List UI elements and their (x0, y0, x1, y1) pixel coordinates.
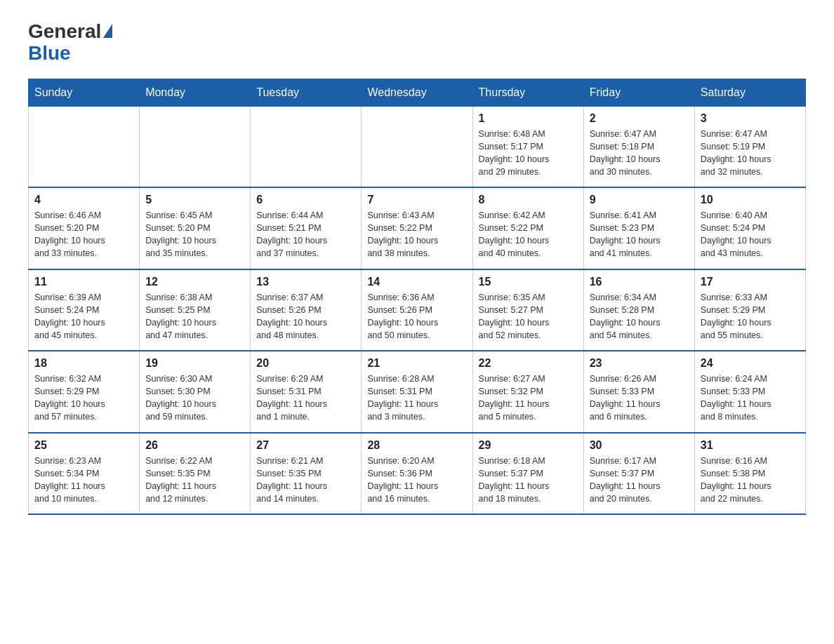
day-info: Sunrise: 6:36 AMSunset: 5:26 PMDaylight:… (367, 291, 466, 342)
weekday-header-monday: Monday (140, 79, 251, 106)
day-info: Sunrise: 6:47 AMSunset: 5:18 PMDaylight:… (590, 128, 689, 179)
weekday-header-row: SundayMondayTuesdayWednesdayThursdayFrid… (29, 79, 806, 106)
calendar-cell: 14Sunrise: 6:36 AMSunset: 5:26 PMDayligh… (362, 269, 472, 351)
day-info: Sunrise: 6:39 AMSunset: 5:24 PMDaylight:… (34, 291, 133, 342)
weekday-header-thursday: Thursday (472, 79, 583, 106)
day-number: 17 (701, 276, 800, 288)
calendar-week-row: 4Sunrise: 6:46 AMSunset: 5:20 PMDaylight… (29, 187, 806, 269)
day-number: 29 (479, 439, 578, 452)
calendar-cell: 31Sunrise: 6:16 AMSunset: 5:38 PMDayligh… (694, 433, 805, 515)
calendar-cell: 9Sunrise: 6:41 AMSunset: 5:23 PMDaylight… (583, 187, 694, 269)
day-info: Sunrise: 6:24 AMSunset: 5:33 PMDaylight:… (701, 373, 800, 424)
calendar-cell: 16Sunrise: 6:34 AMSunset: 5:28 PMDayligh… (583, 269, 694, 351)
calendar-week-row: 11Sunrise: 6:39 AMSunset: 5:24 PMDayligh… (29, 269, 806, 351)
day-number: 6 (256, 194, 355, 206)
day-number: 20 (256, 357, 355, 370)
day-number: 22 (479, 357, 578, 370)
day-number: 21 (367, 357, 466, 370)
day-number: 16 (590, 276, 689, 288)
day-number: 19 (145, 357, 244, 370)
calendar-cell: 29Sunrise: 6:18 AMSunset: 5:37 PMDayligh… (472, 433, 583, 515)
day-number: 28 (367, 439, 466, 452)
day-number: 11 (34, 276, 133, 288)
calendar-cell: 3Sunrise: 6:47 AMSunset: 5:19 PMDaylight… (694, 106, 805, 187)
calendar-cell: 18Sunrise: 6:32 AMSunset: 5:29 PMDayligh… (29, 351, 140, 433)
logo-triangle-icon (103, 24, 112, 38)
calendar-cell: 17Sunrise: 6:33 AMSunset: 5:29 PMDayligh… (694, 269, 805, 351)
day-info: Sunrise: 6:26 AMSunset: 5:33 PMDaylight:… (590, 373, 689, 424)
day-info: Sunrise: 6:16 AMSunset: 5:38 PMDaylight:… (701, 455, 800, 506)
calendar-cell: 4Sunrise: 6:46 AMSunset: 5:20 PMDaylight… (29, 187, 140, 269)
day-info: Sunrise: 6:44 AMSunset: 5:21 PMDaylight:… (256, 209, 355, 260)
calendar-cell: 10Sunrise: 6:40 AMSunset: 5:24 PMDayligh… (694, 187, 805, 269)
calendar-cell: 21Sunrise: 6:28 AMSunset: 5:31 PMDayligh… (362, 351, 472, 433)
day-info: Sunrise: 6:42 AMSunset: 5:22 PMDaylight:… (479, 209, 578, 260)
day-info: Sunrise: 6:34 AMSunset: 5:28 PMDaylight:… (590, 291, 689, 342)
logo: General Blue (28, 21, 112, 65)
calendar-cell: 26Sunrise: 6:22 AMSunset: 5:35 PMDayligh… (140, 433, 251, 515)
day-info: Sunrise: 6:37 AMSunset: 5:26 PMDaylight:… (256, 291, 355, 342)
calendar-cell (140, 106, 251, 187)
day-info: Sunrise: 6:23 AMSunset: 5:34 PMDaylight:… (34, 455, 133, 506)
calendar-cell (251, 106, 362, 187)
weekday-header-sunday: Sunday (29, 79, 140, 106)
day-info: Sunrise: 6:41 AMSunset: 5:23 PMDaylight:… (590, 209, 689, 260)
day-info: Sunrise: 6:40 AMSunset: 5:24 PMDaylight:… (701, 209, 800, 260)
day-info: Sunrise: 6:32 AMSunset: 5:29 PMDaylight:… (34, 373, 133, 424)
calendar-cell: 15Sunrise: 6:35 AMSunset: 5:27 PMDayligh… (472, 269, 583, 351)
day-info: Sunrise: 6:30 AMSunset: 5:30 PMDaylight:… (145, 373, 244, 424)
day-info: Sunrise: 6:22 AMSunset: 5:35 PMDaylight:… (145, 455, 244, 506)
calendar-week-row: 1Sunrise: 6:48 AMSunset: 5:17 PMDaylight… (29, 106, 806, 187)
calendar-body: 1Sunrise: 6:48 AMSunset: 5:17 PMDaylight… (29, 106, 806, 514)
calendar-header: SundayMondayTuesdayWednesdayThursdayFrid… (29, 79, 806, 106)
day-number: 3 (701, 112, 800, 125)
day-number: 4 (34, 194, 133, 206)
calendar-cell: 30Sunrise: 6:17 AMSunset: 5:37 PMDayligh… (583, 433, 694, 515)
calendar-cell (362, 106, 472, 187)
day-number: 18 (34, 357, 133, 370)
page-header: General Blue (28, 21, 806, 65)
day-number: 24 (701, 357, 800, 370)
day-number: 15 (479, 276, 578, 288)
weekday-header-tuesday: Tuesday (251, 79, 362, 106)
day-info: Sunrise: 6:20 AMSunset: 5:36 PMDaylight:… (367, 455, 466, 506)
day-info: Sunrise: 6:17 AMSunset: 5:37 PMDaylight:… (590, 455, 689, 506)
calendar-cell: 22Sunrise: 6:27 AMSunset: 5:32 PMDayligh… (472, 351, 583, 433)
calendar-cell: 13Sunrise: 6:37 AMSunset: 5:26 PMDayligh… (251, 269, 362, 351)
calendar-cell: 5Sunrise: 6:45 AMSunset: 5:20 PMDaylight… (140, 187, 251, 269)
day-number: 27 (256, 439, 355, 452)
day-info: Sunrise: 6:35 AMSunset: 5:27 PMDaylight:… (479, 291, 578, 342)
day-info: Sunrise: 6:47 AMSunset: 5:19 PMDaylight:… (701, 128, 800, 179)
day-info: Sunrise: 6:46 AMSunset: 5:20 PMDaylight:… (34, 209, 133, 260)
logo-blue-text: Blue (28, 43, 112, 65)
day-number: 1 (479, 112, 578, 125)
day-info: Sunrise: 6:29 AMSunset: 5:31 PMDaylight:… (256, 373, 355, 424)
calendar-cell: 6Sunrise: 6:44 AMSunset: 5:21 PMDaylight… (251, 187, 362, 269)
day-info: Sunrise: 6:43 AMSunset: 5:22 PMDaylight:… (367, 209, 466, 260)
weekday-header-wednesday: Wednesday (362, 79, 472, 106)
day-number: 30 (590, 439, 689, 452)
day-info: Sunrise: 6:48 AMSunset: 5:17 PMDaylight:… (479, 128, 578, 179)
calendar-cell: 23Sunrise: 6:26 AMSunset: 5:33 PMDayligh… (583, 351, 694, 433)
logo-general-text: General (28, 21, 101, 43)
calendar-cell: 2Sunrise: 6:47 AMSunset: 5:18 PMDaylight… (583, 106, 694, 187)
day-number: 12 (145, 276, 244, 288)
weekday-header-friday: Friday (583, 79, 694, 106)
calendar-cell: 11Sunrise: 6:39 AMSunset: 5:24 PMDayligh… (29, 269, 140, 351)
day-number: 13 (256, 276, 355, 288)
day-info: Sunrise: 6:27 AMSunset: 5:32 PMDaylight:… (479, 373, 578, 424)
day-info: Sunrise: 6:38 AMSunset: 5:25 PMDaylight:… (145, 291, 244, 342)
day-number: 31 (701, 439, 800, 452)
calendar-cell: 25Sunrise: 6:23 AMSunset: 5:34 PMDayligh… (29, 433, 140, 515)
day-info: Sunrise: 6:28 AMSunset: 5:31 PMDaylight:… (367, 373, 466, 424)
day-info: Sunrise: 6:45 AMSunset: 5:20 PMDaylight:… (145, 209, 244, 260)
calendar-cell: 12Sunrise: 6:38 AMSunset: 5:25 PMDayligh… (140, 269, 251, 351)
calendar-week-row: 25Sunrise: 6:23 AMSunset: 5:34 PMDayligh… (29, 433, 806, 515)
day-number: 5 (145, 194, 244, 206)
day-number: 8 (479, 194, 578, 206)
calendar-cell: 8Sunrise: 6:42 AMSunset: 5:22 PMDaylight… (472, 187, 583, 269)
day-number: 2 (590, 112, 689, 125)
calendar-cell: 20Sunrise: 6:29 AMSunset: 5:31 PMDayligh… (251, 351, 362, 433)
calendar-table: SundayMondayTuesdayWednesdayThursdayFrid… (28, 79, 806, 516)
day-number: 14 (367, 276, 466, 288)
